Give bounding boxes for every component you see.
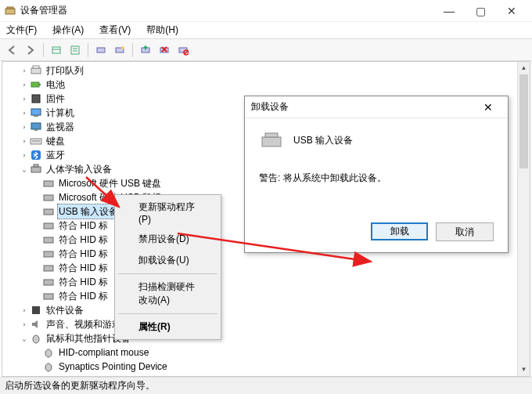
svg-rect-21: [34, 115, 38, 117]
svg-rect-0: [5, 9, 15, 14]
svg-rect-31: [44, 209, 53, 215]
dialog-titlebar: 卸载设备 ✕: [245, 96, 508, 118]
scan-button[interactable]: [111, 42, 128, 59]
svg-rect-47: [262, 137, 281, 146]
hid-device-icon: [42, 276, 55, 288]
menu-update-driver[interactable]: 更新驱动程序(P): [117, 197, 219, 229]
device-icon: [259, 131, 284, 150]
status-text: 启动所选设备的更新驱动程序向导。: [5, 379, 155, 392]
tree-node-hid-mouse[interactable]: HID-compliant mouse: [32, 345, 530, 360]
vertical-scrollbar[interactable]: ▲ ▼: [517, 62, 530, 376]
tree-node-hid-6[interactable]: 符合 HID 标: [32, 289, 530, 303]
svg-rect-35: [44, 266, 53, 271]
battery-icon: [30, 78, 42, 91]
window-title: 设备管理器: [20, 4, 433, 17]
svg-rect-33: [44, 237, 53, 243]
svg-rect-7: [97, 48, 105, 52]
svg-rect-34: [44, 251, 53, 257]
menu-separator: [118, 273, 217, 274]
scroll-thumb[interactable]: [519, 74, 528, 168]
menu-disable-device[interactable]: 禁用设备(D): [117, 229, 219, 250]
svg-rect-20: [31, 109, 41, 115]
svg-rect-29: [44, 181, 53, 186]
svg-rect-36: [44, 280, 53, 285]
mouse-icon: [42, 346, 55, 359]
forward-button[interactable]: [22, 42, 39, 59]
svg-rect-1: [7, 7, 13, 9]
hid-device-icon: [42, 205, 55, 218]
svg-rect-19: [32, 95, 40, 103]
svg-rect-18: [39, 84, 41, 85]
dialog-warning-text: 警告: 将从系统中卸载此设备。: [259, 172, 494, 185]
hid-device-icon: [42, 248, 55, 260]
software-icon: [30, 304, 42, 316]
menu-action[interactable]: 操作(A): [49, 22, 87, 38]
tree-node-hid-4[interactable]: 符合 HID 标: [32, 261, 530, 275]
status-bar: 启动所选设备的更新驱动程序向导。: [0, 377, 532, 394]
svg-rect-30: [44, 195, 53, 201]
minimize-button[interactable]: —: [433, 0, 465, 22]
menu-scan-hardware[interactable]: 扫描检测硬件改动(A): [117, 277, 219, 311]
uninstall-button[interactable]: [156, 42, 173, 59]
device-icon-button[interactable]: [92, 42, 110, 59]
menu-help[interactable]: 帮助(H): [143, 22, 182, 38]
svg-rect-4: [71, 46, 79, 54]
close-button[interactable]: ✕: [496, 0, 527, 22]
maximize-button[interactable]: ▢: [465, 0, 496, 22]
menu-file[interactable]: 文件(F): [3, 22, 40, 38]
tree-node-hid-5[interactable]: 符合 HID 标: [32, 275, 530, 289]
svg-rect-16: [33, 66, 39, 68]
title-bar: 设备管理器 — ▢ ✕: [0, 0, 532, 22]
firmware-icon: [30, 92, 42, 105]
svg-point-9: [121, 46, 124, 49]
svg-rect-17: [31, 82, 39, 87]
hid-device-icon: [42, 219, 55, 232]
menu-uninstall-device[interactable]: 卸载设备(U): [117, 250, 219, 271]
svg-rect-15: [31, 68, 41, 74]
menu-view[interactable]: 查看(V): [96, 22, 134, 38]
disable-button[interactable]: [174, 42, 192, 59]
toolbar: [0, 39, 532, 61]
tree-node-sound[interactable]: ›声音、视频和游戏控制器: [20, 317, 530, 331]
mouse-icon: [30, 332, 42, 345]
monitor-icon: [30, 121, 42, 133]
tree-node-battery[interactable]: ›电池: [20, 78, 530, 92]
show-hidden-button[interactable]: [48, 42, 65, 59]
svg-rect-22: [31, 123, 41, 129]
svg-rect-23: [34, 129, 38, 131]
dialog-close-button[interactable]: ✕: [475, 101, 501, 114]
mouse-icon: [42, 360, 55, 373]
scroll-down-icon[interactable]: ▼: [518, 363, 530, 376]
cancel-button[interactable]: 取消: [436, 222, 494, 241]
svg-rect-27: [31, 167, 41, 172]
menu-separator: [118, 313, 217, 314]
tree-node-synaptics[interactable]: Synaptics Pointing Device: [32, 360, 530, 374]
app-icon: [5, 5, 16, 16]
svg-point-41: [45, 363, 52, 371]
tree-node-mouse[interactable]: ⌄鼠标和其他指针设备: [20, 331, 530, 345]
bluetooth-icon: [30, 149, 42, 161]
uninstall-confirm-button[interactable]: 卸载: [371, 222, 428, 240]
svg-rect-2: [52, 47, 60, 53]
svg-rect-28: [34, 164, 38, 167]
tree-node-printers[interactable]: ›打印队列: [20, 63, 530, 78]
svg-rect-32: [44, 223, 53, 229]
dialog-device-name: USB 输入设备: [293, 134, 353, 147]
printer-icon: [30, 64, 42, 77]
context-menu: 更新驱动程序(P) 禁用设备(D) 卸载设备(U) 扫描检测硬件改动(A) 属性…: [114, 194, 221, 340]
scroll-up-icon[interactable]: ▲: [518, 62, 530, 74]
hid-device-icon: [42, 191, 55, 204]
svg-rect-38: [32, 306, 40, 314]
uninstall-dialog: 卸载设备 ✕ USB 输入设备 警告: 将从系统中卸载此设备。 卸载 取消: [244, 96, 509, 253]
tree-node-software[interactable]: ›软件设备: [20, 303, 530, 317]
hid-icon: [30, 163, 42, 175]
properties-button[interactable]: [66, 42, 84, 59]
computer-icon: [30, 107, 42, 119]
update-driver-button[interactable]: [137, 42, 154, 59]
dialog-title: 卸载设备: [251, 100, 475, 114]
keyboard-icon: [30, 135, 42, 147]
back-button[interactable]: [3, 42, 20, 59]
svg-rect-48: [265, 133, 278, 137]
svg-rect-37: [44, 294, 53, 299]
menu-properties[interactable]: 属性(R): [117, 316, 219, 338]
